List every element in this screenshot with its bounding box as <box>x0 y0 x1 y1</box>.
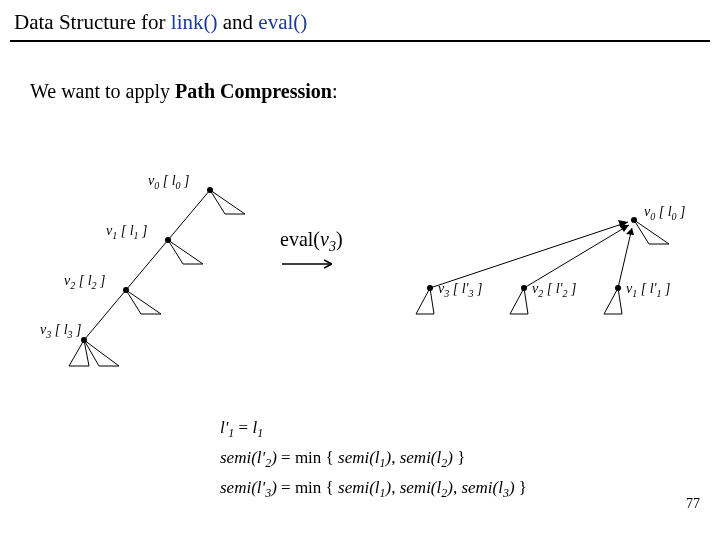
title-text-pre: Data Structure for <box>14 10 171 34</box>
svg-line-14 <box>430 222 628 288</box>
svg-line-5 <box>126 240 168 290</box>
eval-fn: eval( <box>280 228 320 250</box>
svg-text:v3 [ l'3 ]: v3 [ l'3 ] <box>438 281 483 299</box>
eval-var: v <box>320 228 329 250</box>
title-text-mid: and <box>218 10 259 34</box>
intro-bold: Path Compression <box>175 80 332 102</box>
slide-title: Data Structure for link() and eval() <box>14 10 307 35</box>
intro-text: We want to apply Path Compression: <box>30 80 337 103</box>
tree-before: v0 [ l0 ] v1 [ l1 ] v2 [ l2 ] v3 [ l3 ] <box>40 170 260 400</box>
svg-line-20 <box>618 228 632 288</box>
formula-2: semi(l'2) = min { semi(l1), semi(l2) } <box>220 448 465 471</box>
arrow-icon <box>280 258 340 270</box>
svg-text:v1 [ l'1 ]: v1 [ l'1 ] <box>626 281 671 299</box>
title-fn-eval: eval() <box>258 10 307 34</box>
intro-post: : <box>332 80 338 102</box>
svg-text:v0 [ l0 ]: v0 [ l0 ] <box>148 173 190 191</box>
eval-close: ) <box>336 228 343 250</box>
svg-text:v2 [ l'2 ]: v2 [ l'2 ] <box>532 281 577 299</box>
svg-line-2 <box>168 190 210 240</box>
svg-text:v3 [ l3 ]: v3 [ l3 ] <box>40 322 82 340</box>
svg-line-17 <box>524 225 629 288</box>
eval-label: eval(v3) <box>280 228 343 255</box>
title-underline <box>10 40 710 42</box>
svg-text:v0 [ l0 ]: v0 [ l0 ] <box>644 204 686 222</box>
formula-3: semi(l'3) = min { semi(l1), semi(l2), se… <box>220 478 527 501</box>
svg-text:v2 [ l2 ]: v2 [ l2 ] <box>64 273 106 291</box>
title-fn-link: link() <box>171 10 218 34</box>
formula-1: l'1 = l1 <box>220 418 263 441</box>
page-number: 77 <box>686 496 700 512</box>
svg-text:v1 [ l1 ]: v1 [ l1 ] <box>106 223 148 241</box>
tree-after: v0 [ l0 ] v3 [ l'3 ] v2 [ l'2 ] v1 [ l'1… <box>400 198 702 338</box>
svg-line-8 <box>84 290 126 340</box>
eval-sub: 3 <box>329 239 336 254</box>
intro-pre: We want to apply <box>30 80 175 102</box>
